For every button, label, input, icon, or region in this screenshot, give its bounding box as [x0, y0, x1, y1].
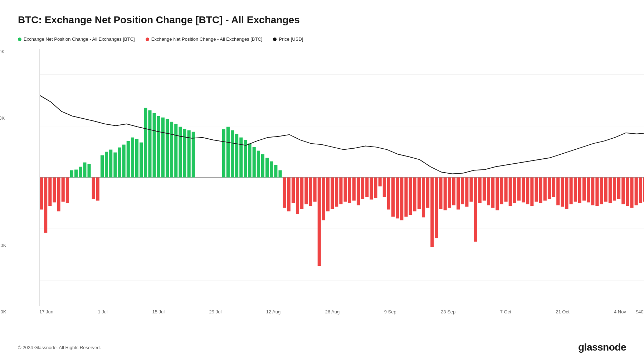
- x-label-aug12: 12 Aug: [266, 309, 281, 314]
- svg-rect-112: [530, 178, 533, 206]
- svg-rect-76: [374, 178, 377, 198]
- svg-rect-55: [283, 178, 286, 208]
- svg-rect-125: [587, 178, 590, 203]
- svg-rect-87: [422, 178, 425, 218]
- svg-rect-70: [348, 178, 351, 203]
- svg-rect-63: [318, 178, 321, 266]
- x-label-jul15: 15 Jul: [152, 309, 165, 314]
- svg-rect-73: [361, 178, 364, 199]
- svg-rect-118: [556, 178, 560, 205]
- svg-rect-9: [87, 164, 91, 178]
- svg-rect-52: [66, 178, 69, 203]
- x-label-jul1: 1 Jul: [98, 309, 108, 314]
- svg-rect-35: [235, 134, 238, 178]
- svg-rect-128: [600, 178, 603, 204]
- svg-rect-22: [153, 113, 156, 178]
- svg-rect-45: [278, 170, 282, 178]
- svg-rect-8: [83, 163, 86, 178]
- chart-title: BTC: Exchange Net Position Change [BTC] …: [18, 14, 626, 26]
- svg-rect-135: [630, 178, 633, 208]
- svg-rect-65: [326, 178, 330, 212]
- svg-rect-100: [478, 178, 482, 203]
- svg-rect-117: [552, 178, 555, 197]
- svg-rect-38: [248, 144, 252, 178]
- x-label-jun17: 17 Jun: [39, 309, 53, 314]
- svg-rect-67: [335, 178, 338, 207]
- brand-logo: glassnode: [578, 342, 626, 353]
- footer: © 2024 Glassnode. All Rights Reserved. g…: [18, 342, 626, 353]
- svg-rect-88: [426, 178, 429, 208]
- svg-rect-114: [539, 178, 542, 203]
- svg-rect-119: [561, 178, 564, 207]
- legend-price-dot: [273, 38, 277, 41]
- svg-rect-6: [74, 170, 78, 178]
- svg-rect-78: [383, 178, 386, 197]
- legend-price-label: Price [USD]: [279, 36, 303, 42]
- svg-rect-123: [578, 178, 581, 203]
- svg-rect-105: [500, 178, 503, 204]
- page-container: BTC: Exchange Net Position Change [BTC] …: [0, 0, 644, 362]
- svg-rect-40: [257, 151, 260, 178]
- svg-rect-68: [339, 178, 342, 204]
- svg-rect-129: [604, 178, 608, 202]
- svg-rect-17: [131, 138, 134, 178]
- legend-green-label: Exchange Net Position Change - All Excha…: [24, 36, 135, 42]
- svg-rect-7: [79, 167, 82, 178]
- svg-rect-104: [496, 178, 499, 210]
- svg-rect-96: [461, 178, 464, 204]
- svg-rect-56: [287, 178, 291, 212]
- svg-rect-81: [396, 178, 399, 219]
- svg-rect-103: [491, 178, 494, 208]
- svg-rect-33: [226, 127, 230, 178]
- legend-green: Exchange Net Position Change - All Excha…: [18, 36, 135, 42]
- svg-rect-83: [404, 178, 408, 217]
- svg-rect-131: [613, 178, 616, 201]
- svg-rect-66: [331, 178, 334, 209]
- svg-rect-62: [313, 178, 317, 202]
- svg-rect-36: [239, 138, 243, 178]
- x-label-aug26: 26 Aug: [325, 309, 340, 314]
- svg-rect-90: [435, 178, 438, 238]
- svg-rect-132: [617, 178, 620, 199]
- legend-red-dot: [146, 38, 149, 41]
- svg-rect-14: [118, 148, 121, 178]
- legend-red: Exchange Net Position Change - All Excha…: [146, 36, 263, 42]
- svg-rect-10: [101, 155, 104, 178]
- legend: Exchange Net Position Change - All Excha…: [18, 36, 626, 42]
- svg-rect-59: [300, 178, 303, 209]
- svg-rect-44: [274, 165, 277, 178]
- svg-rect-51: [62, 178, 65, 202]
- svg-rect-124: [582, 178, 586, 201]
- svg-rect-95: [457, 178, 460, 210]
- svg-rect-115: [543, 178, 547, 201]
- svg-rect-137: [639, 178, 642, 203]
- svg-rect-53: [92, 178, 95, 199]
- svg-rect-31: [192, 132, 195, 178]
- x-label-jul29: 29 Jul: [209, 309, 222, 314]
- svg-rect-26: [170, 122, 173, 178]
- svg-rect-75: [370, 178, 373, 200]
- x-label-sep9: 9 Sep: [384, 309, 396, 314]
- svg-rect-27: [174, 124, 177, 178]
- svg-rect-24: [161, 118, 165, 178]
- svg-rect-126: [591, 178, 594, 205]
- y-label-neg30k: -30K: [0, 243, 6, 248]
- svg-rect-121: [570, 178, 573, 204]
- svg-rect-98: [469, 178, 473, 202]
- svg-rect-84: [409, 178, 412, 215]
- svg-rect-127: [595, 178, 599, 206]
- svg-rect-61: [309, 178, 312, 206]
- svg-rect-93: [448, 178, 451, 208]
- svg-rect-94: [452, 178, 455, 205]
- legend-red-label: Exchange Net Position Change - All Excha…: [151, 36, 263, 42]
- svg-rect-50: [57, 178, 60, 212]
- svg-rect-79: [387, 178, 390, 210]
- svg-rect-25: [166, 119, 169, 178]
- svg-rect-58: [296, 178, 299, 214]
- y-label-30k: 30K: [0, 115, 6, 121]
- svg-rect-136: [635, 178, 638, 205]
- chart-svg: [40, 49, 644, 306]
- svg-rect-101: [483, 178, 486, 201]
- svg-rect-92: [444, 178, 447, 210]
- x-label-oct7: 7 Oct: [500, 309, 511, 314]
